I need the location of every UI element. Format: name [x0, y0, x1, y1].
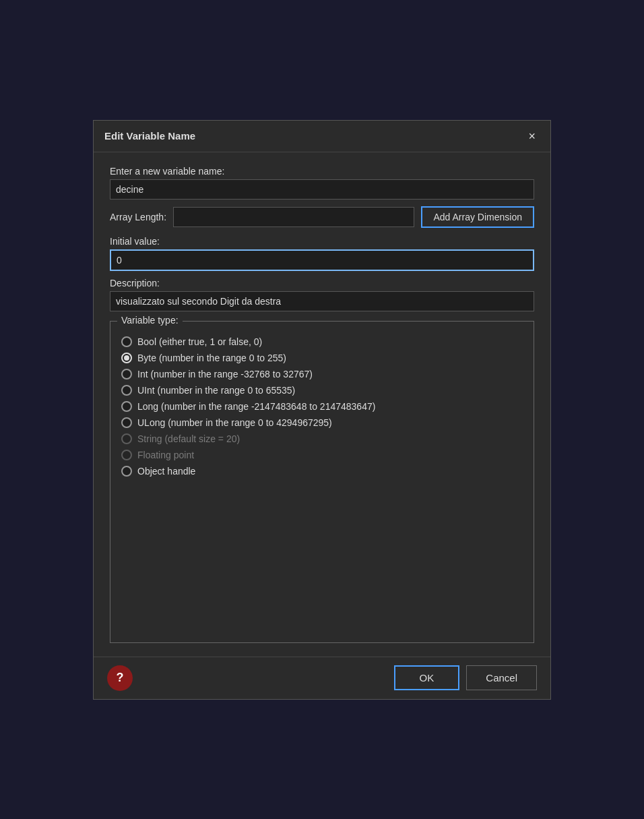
- initial-value-label: Initial value:: [110, 236, 534, 247]
- radio-item-long[interactable]: Long (number in the range -2147483648 to…: [121, 401, 523, 412]
- radio-circle-object: [121, 466, 132, 477]
- radio-label-long: Long (number in the range -2147483648 to…: [137, 401, 375, 412]
- radio-item-float: Floating point: [121, 450, 523, 460]
- radio-label-ulong: ULong (number in the range 0 to 42949672…: [137, 417, 332, 428]
- dialog-content: Enter a new variable name: Array Length:…: [94, 152, 550, 657]
- dialog-footer: ? OK Cancel: [94, 657, 550, 699]
- radio-item-int[interactable]: Int (number in the range -32768 to 32767…: [121, 369, 523, 380]
- variable-type-legend: Variable type:: [117, 315, 183, 326]
- radio-circle-bool: [121, 336, 132, 347]
- initial-value-section: Initial value:: [110, 236, 534, 271]
- radio-label-bool: Bool (either true, 1 or false, 0): [137, 336, 262, 347]
- radio-item-object[interactable]: Object handle: [121, 466, 523, 477]
- edit-variable-dialog: Edit Variable Name × Enter a new variabl…: [93, 120, 551, 700]
- radio-item-byte[interactable]: Byte (number in the range 0 to 255): [121, 353, 523, 363]
- array-length-label: Array Length:: [110, 212, 166, 222]
- cancel-button[interactable]: Cancel: [466, 665, 537, 690]
- array-length-input[interactable]: [173, 207, 414, 227]
- description-label: Description:: [110, 278, 534, 289]
- close-button[interactable]: ×: [524, 129, 540, 144]
- variable-name-section: Enter a new variable name:: [110, 166, 534, 200]
- title-bar: Edit Variable Name ×: [94, 121, 550, 152]
- description-section: Description:: [110, 278, 534, 311]
- radio-list: Bool (either true, 1 or false, 0)Byte (n…: [121, 336, 523, 477]
- radio-circle-uint: [121, 385, 132, 396]
- radio-label-byte: Byte (number in the range 0 to 255): [137, 353, 286, 363]
- radio-item-string: String (default size = 20): [121, 433, 523, 444]
- variable-name-input[interactable]: [110, 179, 534, 200]
- add-array-dimension-button[interactable]: Add Array Dimension: [421, 206, 534, 228]
- radio-item-ulong[interactable]: ULong (number in the range 0 to 42949672…: [121, 417, 523, 428]
- radio-circle-string: [121, 433, 132, 444]
- help-button[interactable]: ?: [107, 665, 133, 691]
- radio-circle-long: [121, 401, 132, 412]
- radio-circle-byte: [121, 353, 132, 363]
- radio-item-bool[interactable]: Bool (either true, 1 or false, 0): [121, 336, 523, 347]
- radio-circle-float: [121, 450, 132, 460]
- radio-label-string: String (default size = 20): [137, 433, 240, 444]
- variable-name-label: Enter a new variable name:: [110, 166, 534, 177]
- variable-type-group: Variable type: Bool (either true, 1 or f…: [110, 321, 534, 643]
- radio-label-int: Int (number in the range -32768 to 32767…: [137, 369, 313, 380]
- ok-button[interactable]: OK: [394, 665, 460, 690]
- radio-circle-ulong: [121, 417, 132, 428]
- radio-label-object: Object handle: [137, 466, 195, 477]
- footer-buttons: OK Cancel: [394, 665, 537, 690]
- dialog-title: Edit Variable Name: [104, 130, 195, 142]
- radio-label-uint: UInt (number in the range 0 to 65535): [137, 385, 295, 396]
- radio-circle-int: [121, 369, 132, 380]
- radio-label-float: Floating point: [137, 450, 194, 460]
- initial-value-input[interactable]: [110, 249, 534, 271]
- array-length-row: Array Length: Add Array Dimension: [110, 206, 534, 228]
- radio-item-uint[interactable]: UInt (number in the range 0 to 65535): [121, 385, 523, 396]
- description-input[interactable]: [110, 291, 534, 311]
